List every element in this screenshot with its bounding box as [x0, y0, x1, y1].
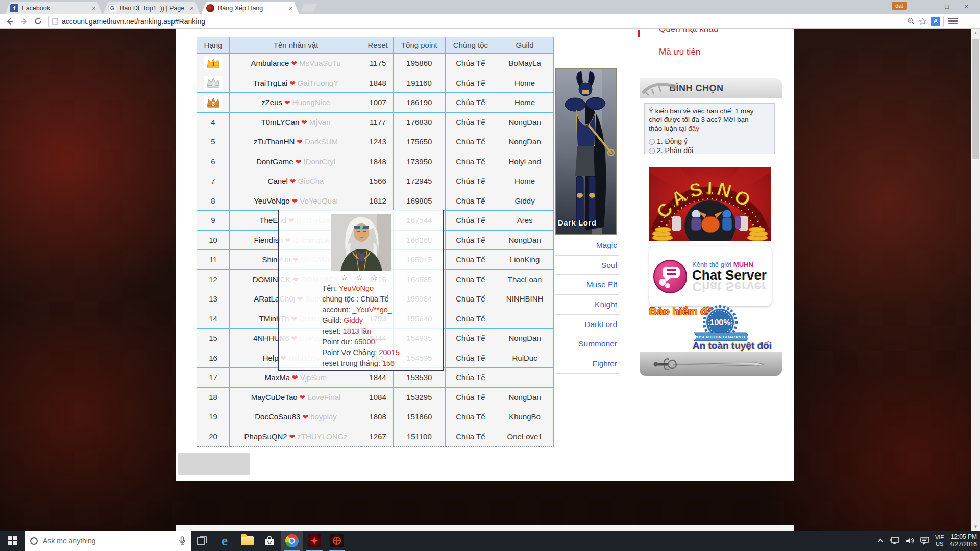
profile-chip[interactable]: dat: [892, 2, 907, 10]
star-rating: ☆ ☆ ☆: [341, 273, 381, 282]
tab-close-icon[interactable]: ×: [288, 5, 294, 12]
scrollbar-thumb[interactable]: [972, 39, 979, 159]
points-cell: 151100: [394, 427, 446, 446]
partner-name[interactable]: boyplay: [310, 412, 337, 421]
class-link-knight[interactable]: Knight: [555, 295, 619, 315]
class-link-magic[interactable]: Magic: [555, 236, 619, 256]
partner-name[interactable]: VoYeuQuai: [300, 196, 338, 205]
casino-banner[interactable]: CASINO: [649, 167, 771, 241]
clock[interactable]: 12:05 PM 4/27/2016: [950, 533, 977, 548]
partner-name[interactable]: GaiTruongY: [298, 79, 338, 87]
rank-cell: 3: [197, 93, 230, 113]
chat-server-banner[interactable]: Kênh thế giới MUHN Chat Server Chat Serv…: [649, 246, 772, 306]
tab-close-icon[interactable]: ×: [189, 5, 195, 12]
microphone-icon[interactable]: [179, 536, 186, 545]
class-link-soul[interactable]: Soul: [555, 256, 619, 276]
radio-icon[interactable]: [649, 139, 655, 145]
tooltip-label: reset trong tháng:: [322, 359, 382, 367]
close-button[interactable]: ×: [958, 0, 975, 12]
character-name[interactable]: T0mLYCan: [261, 118, 300, 127]
browser-menu-icon[interactable]: [948, 18, 958, 24]
task-view-button[interactable]: [191, 531, 213, 551]
partner-name[interactable]: IDontCryl: [303, 157, 335, 166]
radio-icon[interactable]: [649, 148, 655, 154]
character-name[interactable]: Help: [263, 354, 279, 362]
tooltip-value: 1813 lần: [343, 327, 372, 335]
store-button[interactable]: [258, 531, 281, 551]
character-name[interactable]: MaxMa: [265, 373, 290, 382]
character-name[interactable]: TraiTrgLai: [253, 79, 287, 87]
class-link-darklord[interactable]: DarkLord: [555, 315, 619, 335]
partner-name[interactable]: GioCha: [298, 177, 324, 185]
partner-name[interactable]: MjVan: [309, 118, 330, 127]
character-name[interactable]: MayCuDeTao: [251, 393, 298, 402]
scroll-up-icon[interactable]: ▲: [971, 29, 980, 37]
insurance-banner[interactable]: Bảo hiểm đồ 100% SATISFACTION GUARANTEE …: [649, 304, 772, 353]
url-bar[interactable]: account.gamethuvn.net/ranking.asp#Rankin…: [48, 16, 944, 27]
partner-name[interactable]: MsVuaSuTu: [299, 59, 340, 67]
action-center-icon[interactable]: [920, 537, 929, 545]
zoom-indicator-icon[interactable]: [907, 17, 915, 25]
class-link-summoner[interactable]: Summoner: [555, 334, 619, 354]
game-launcher2-button[interactable]: [326, 531, 348, 551]
forgot-password-link[interactable]: Quên mật khẩu: [659, 29, 718, 34]
network-icon[interactable]: [890, 537, 900, 545]
reset-cell: 1848: [362, 152, 394, 171]
character-name[interactable]: Canel: [268, 177, 288, 185]
edge-button[interactable]: e: [213, 531, 236, 551]
character-name[interactable]: Ambulance: [251, 59, 289, 67]
browser-tab-ranking[interactable]: Bảng Xếp Hạng×: [201, 2, 299, 14]
bookmark-star-icon[interactable]: [919, 17, 927, 26]
scroll-down-icon[interactable]: ▼: [971, 522, 980, 531]
table-row: 1Ambulance❤MsVuaSuTu1175195860Chúa TểBoM…: [197, 54, 554, 73]
refresh-icon[interactable]: [34, 17, 42, 26]
volume-icon[interactable]: [905, 537, 915, 545]
new-tab-button[interactable]: [300, 4, 317, 12]
game2-icon: [330, 534, 344, 547]
browser-tab-strip: fFacebook×GBán DL Top1 :)) | Page 2 | C×…: [0, 0, 980, 14]
class-link-museelf[interactable]: Muse Elf: [555, 275, 619, 295]
browser-scrollbar[interactable]: ▲ ▼: [971, 29, 980, 531]
translate-icon[interactable]: A: [931, 17, 940, 26]
class-preview-image[interactable]: [555, 68, 617, 235]
browser-tab-forum[interactable]: GBán DL Top1 :)) | Page 2 | C×: [103, 2, 200, 14]
partner-name[interactable]: zTHUYLONGz: [297, 432, 347, 441]
race-cell: Chúa Tể: [445, 112, 496, 132]
class-link-fighter[interactable]: Fighter: [555, 354, 619, 374]
partner-name[interactable]: HuongNice: [292, 98, 330, 107]
chrome-button[interactable]: [281, 531, 303, 551]
browser-tab-facebook[interactable]: fFacebook×: [5, 2, 102, 14]
guild-cell: Giddy: [496, 191, 554, 211]
language-indicator[interactable]: VIEUS: [935, 534, 944, 547]
tooltip-value: 156: [382, 359, 395, 367]
url-text[interactable]: account.gamethuvn.net/ranking.asp#Rankin…: [62, 17, 907, 26]
partner-name[interactable]: VjpSum: [300, 373, 327, 382]
minimize-button[interactable]: –: [919, 0, 936, 12]
vote-option[interactable]: 1. Đồng ý: [649, 137, 770, 146]
character-name[interactable]: DontGame: [256, 157, 293, 166]
character-name[interactable]: PhapSuQN2: [244, 432, 287, 441]
guild-cell: Home: [496, 73, 554, 93]
tab-close-icon[interactable]: ×: [91, 5, 97, 12]
back-icon[interactable]: [5, 17, 14, 26]
points-cell: 176830: [394, 112, 446, 132]
game-launcher-button[interactable]: [303, 531, 326, 551]
vote-header: BÌNH CHỌN: [640, 78, 782, 98]
tray-chevron-icon[interactable]: [877, 538, 884, 543]
partner-name[interactable]: LoveFinal: [307, 393, 340, 402]
partner-name[interactable]: DarkSUM: [305, 137, 338, 146]
discuss-here-link[interactable]: tại đây: [679, 124, 699, 132]
taskbar-search-input[interactable]: Ask me anything: [24, 531, 191, 551]
vote-option[interactable]: 2. Phản đối: [649, 146, 770, 155]
points-cell: 175650: [394, 132, 446, 152]
facebook-icon: f: [10, 4, 18, 12]
maximize-button[interactable]: □: [938, 0, 955, 12]
character-name[interactable]: zZeus: [261, 98, 282, 107]
priority-code-link[interactable]: Mã ưu tiên: [659, 47, 700, 57]
start-button[interactable]: [0, 531, 24, 551]
character-name[interactable]: zTuThanHN: [254, 137, 295, 146]
file-explorer-button[interactable]: [236, 531, 258, 551]
character-name[interactable]: DocCoSau83: [255, 412, 300, 421]
character-name[interactable]: YeuVoNgo: [254, 196, 289, 205]
forward-icon[interactable]: [19, 17, 29, 26]
